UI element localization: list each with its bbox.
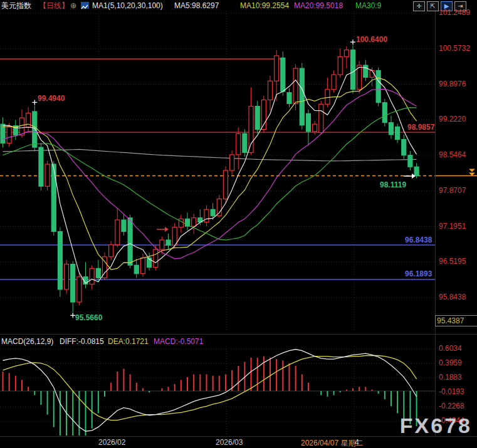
macd-value: MACD:-0.5071 [154, 337, 203, 346]
chart-window: 美元指数 【日线】 ⊕ MA1(5,10,20,30,100) MA5:98.6… [0, 0, 477, 448]
price-axis-divider[interactable] [435, 11, 436, 436]
macd-diff-value: DIFF:-0.0815 [60, 337, 104, 346]
candlestick-chart-canvas[interactable] [0, 0, 477, 448]
xaxis-tick-feb: 2026/02 [98, 438, 125, 447]
xaxis-tick-mar: 2026/03 [216, 438, 243, 447]
price-axis-bottom-value: 95.4387 [435, 315, 477, 326]
fx678-watermark: FX678 [400, 414, 472, 438]
macd-dea-value: DEA:0.1721 [108, 337, 149, 346]
xaxis-tick-apr-partial: 4 [355, 438, 359, 447]
macd-settings-label: MACD(26,12,9) [1, 337, 53, 346]
xaxis-current-date: 2026/04/07 星期二 [301, 438, 363, 448]
pane-divider[interactable] [0, 334, 477, 335]
